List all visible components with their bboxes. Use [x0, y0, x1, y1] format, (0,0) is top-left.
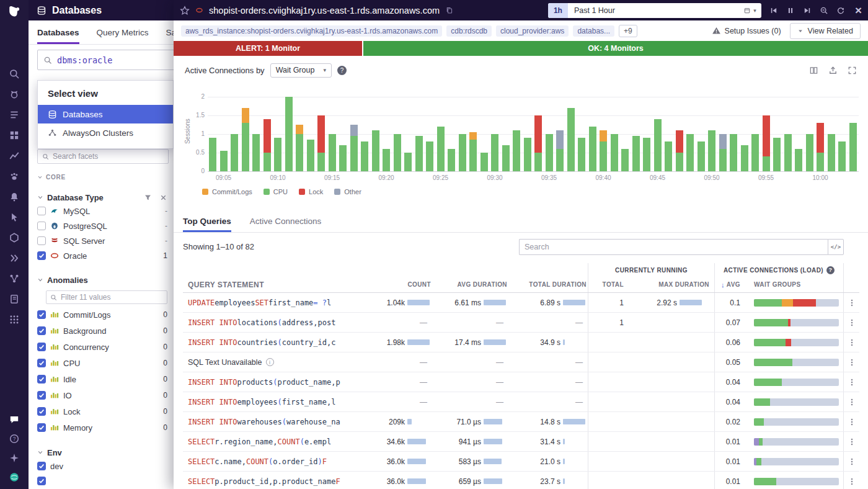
fullscreen-icon[interactable]	[848, 66, 857, 75]
column-header-load-avg[interactable]: ↓AVG	[714, 277, 744, 292]
ok-monitors[interactable]: OK: 4 Monitors	[363, 41, 868, 56]
refresh-icon[interactable]	[836, 6, 845, 15]
query-row[interactable]: INSERT INTO locations ( address, post———…	[183, 313, 859, 333]
checkbox[interactable]	[37, 326, 46, 335]
dashboards-icon[interactable]	[9, 130, 20, 141]
wait-group-select[interactable]: Wait Group ▾	[270, 63, 332, 78]
tab-active-connections[interactable]: Active Connections	[250, 210, 322, 232]
query-statement[interactable]: INSERT INTO employees ( first_name, l	[183, 392, 360, 411]
checkbox[interactable]	[37, 222, 46, 230]
query-row[interactable]: SQL Text Unavailablei———0.05	[183, 352, 859, 372]
legend-item-lock[interactable]: Lock	[299, 188, 323, 195]
code-toggle-button[interactable]: </>	[828, 239, 844, 255]
checkbox[interactable]	[37, 423, 46, 432]
zoom-out-icon[interactable]	[820, 6, 828, 15]
filter-icon[interactable]	[144, 194, 152, 202]
row-menu-button[interactable]	[843, 352, 859, 372]
row-menu-button[interactable]	[843, 392, 859, 411]
column-header-running-total[interactable]: TOTAL	[588, 277, 629, 292]
query-statement[interactable]: SELECT r.region_name, COUNT ( e.empl	[183, 432, 360, 451]
checkbox[interactable]	[37, 251, 46, 260]
view-option-alwayson-clusters[interactable]: AlwaysOn Clusters	[38, 123, 173, 142]
facet-item-memory[interactable]: Memory0	[37, 419, 167, 436]
checkbox[interactable]	[37, 236, 46, 245]
notebooks-icon[interactable]	[9, 294, 20, 305]
facet-item-background[interactable]: Background0	[37, 323, 167, 339]
skip-back-icon[interactable]	[769, 6, 778, 15]
facet-item-io[interactable]: IO0	[37, 387, 167, 403]
facet-item-oracle[interactable]: Oracle1	[37, 248, 167, 263]
facet-header-database-type[interactable]: Database Type	[37, 191, 167, 204]
tag[interactable]: aws_rds_instance:shopist-orders.cviighka…	[181, 25, 442, 37]
query-statement[interactable]: INSERT INTO products ( product_name, p	[183, 372, 360, 392]
ai-sparkle-icon[interactable]	[9, 452, 20, 464]
query-row[interactable]: SELECT p.product_id, p.product_name F36.…	[183, 472, 859, 489]
checkbox[interactable]	[37, 310, 46, 319]
time-range-picker[interactable]: 1h Past 1 Hour ▾	[548, 3, 761, 18]
facet-header-anomalies[interactable]: Anomalies	[37, 274, 167, 286]
checkbox[interactable]	[37, 359, 46, 367]
query-row[interactable]: INSERT INTO warehouses ( warehouse_na209…	[183, 412, 859, 432]
legend-item-cpu[interactable]: CPU	[264, 188, 288, 195]
facet-item-concurrency[interactable]: Concurrency0	[37, 339, 167, 355]
column-header-count[interactable]: COUNT	[360, 277, 432, 292]
facet-item-item[interactable]	[37, 473, 167, 488]
facet-item-mysql[interactable]: MySQL-	[37, 204, 167, 218]
query-row[interactable]: INSERT INTO employees ( first_name, l———…	[183, 392, 859, 412]
logs-icon[interactable]	[9, 109, 20, 120]
infrastructure-icon[interactable]	[9, 232, 20, 243]
tab-top-queries[interactable]: Top Queries	[183, 210, 231, 232]
chat-icon[interactable]	[9, 414, 20, 425]
facet-item-commit-logs[interactable]: Commit/Logs0	[37, 307, 167, 323]
column-header-max-duration[interactable]: MAX DURATION	[629, 277, 714, 292]
bits-ai-icon[interactable]	[9, 89, 20, 100]
checkbox[interactable]	[37, 375, 46, 384]
search-icon[interactable]	[9, 68, 20, 79]
help-icon[interactable]: ?	[9, 433, 20, 444]
info-icon[interactable]: ?	[826, 266, 835, 274]
skip-forward-icon[interactable]	[803, 6, 812, 15]
facet-item-postgresql[interactable]: PostgreSQL-	[37, 218, 167, 233]
tag[interactable]: cloud_provider:aws	[496, 25, 569, 37]
tag[interactable]: databas...	[573, 25, 614, 37]
pause-icon[interactable]	[786, 6, 795, 15]
facet-header-env[interactable]: Env	[37, 446, 167, 459]
query-row[interactable]: INSERT INTO countries ( country_id, c1.9…	[183, 333, 859, 352]
info-icon[interactable]: i	[266, 358, 274, 366]
row-menu-button[interactable]	[843, 432, 859, 451]
checkbox[interactable]	[37, 207, 46, 215]
query-search-input[interactable]	[519, 239, 828, 255]
facet-item-sql-server[interactable]: SQL Server-	[37, 233, 167, 248]
query-statement[interactable]: INSERT INTO locations ( address, post	[183, 313, 360, 332]
checkbox[interactable]	[37, 343, 46, 351]
setup-issues-button[interactable]: Setup Issues (0)	[712, 26, 781, 35]
export-icon[interactable]	[828, 66, 838, 75]
row-menu-button[interactable]	[843, 452, 859, 471]
tag[interactable]: cdb:rdscdb	[446, 25, 492, 37]
checkbox[interactable]	[37, 391, 46, 400]
row-menu-button[interactable]	[843, 333, 859, 352]
query-statement[interactable]: UPDATE employees SET first_name = ? l	[183, 293, 360, 312]
row-menu-button[interactable]	[843, 313, 859, 332]
query-statement[interactable]: SELECT p.product_id, p.product_name F	[183, 472, 360, 489]
checkbox[interactable]	[37, 477, 46, 485]
watchdog-icon[interactable]	[9, 171, 20, 182]
legend-item-commit-logs[interactable]: Commit/Logs	[202, 188, 252, 195]
row-menu-button[interactable]	[843, 472, 859, 489]
rum-icon[interactable]	[9, 212, 20, 223]
ci-pipelines-icon[interactable]	[9, 253, 20, 264]
column-header-avg-duration[interactable]: AVG DURATION	[432, 277, 508, 292]
facet-item-idle[interactable]: Idle0	[37, 371, 167, 387]
facet-item-dev[interactable]: dev	[37, 459, 167, 473]
view-option-databases[interactable]: Databases	[38, 105, 173, 123]
apps-icon[interactable]	[9, 314, 20, 325]
more-tags-badge[interactable]: +9	[619, 25, 637, 37]
datadog-logo-icon[interactable]	[6, 4, 23, 19]
copy-icon[interactable]	[445, 6, 453, 14]
query-statement[interactable]: INSERT INTO warehouses ( warehouse_na	[183, 412, 360, 431]
query-row[interactable]: INSERT INTO products ( product_name, p——…	[183, 372, 859, 392]
row-menu-button[interactable]	[843, 412, 859, 431]
facet-filter-anomalies[interactable]	[46, 290, 167, 304]
query-statement[interactable]: SQL Text Unavailablei	[183, 352, 360, 372]
metrics-icon[interactable]	[9, 150, 20, 161]
